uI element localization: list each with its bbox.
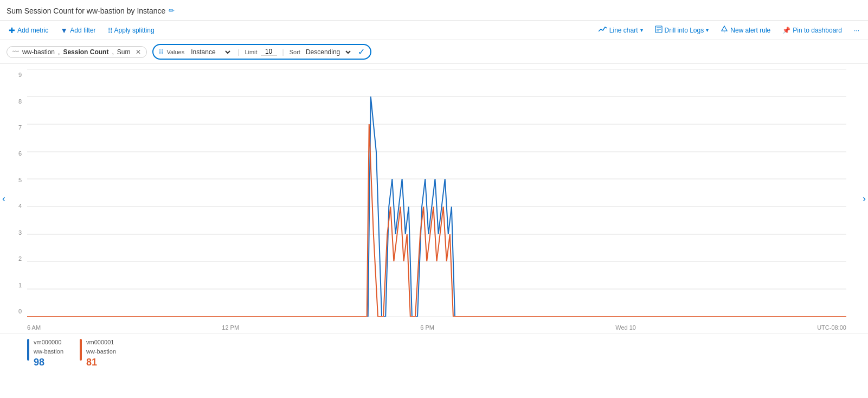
legend-sub-1: ww-bastion (86, 347, 116, 356)
drill-logs-label: Drill into Logs (665, 27, 704, 34)
y-axis: 0 1 2 3 4 5 6 7 8 9 (5, 69, 22, 317)
splitting-controls: ⁞⁞ Values Instance | Limit | Sort Descen… (152, 44, 371, 60)
x-axis: 6 AM 12 PM 6 PM Wed 10 UTC-08:00 (27, 324, 846, 331)
metric-chip-metric: Session Count (63, 48, 108, 56)
values-select[interactable]: Instance (189, 48, 232, 56)
legend-details-1: vm000001 ww-bastion 81 (86, 338, 116, 368)
chart-nav-right[interactable]: › (863, 193, 866, 204)
legend-item-0: vm000000 ww-bastion 98 (27, 338, 63, 368)
new-alert-label: New alert rule (730, 27, 770, 34)
svg-rect-5 (724, 32, 725, 33)
x-label-wed10: Wed 10 (615, 324, 636, 331)
values-label: Values (166, 49, 184, 55)
legend-area: vm000000 ww-bastion 98 vm000001 ww-basti… (0, 333, 868, 376)
x-label-6am: 6 AM (27, 324, 41, 331)
metric-chip-agg: Sum (117, 48, 131, 56)
line-chart-chevron: ▾ (640, 27, 643, 33)
y-label-0: 0 (5, 308, 22, 314)
orange-line (27, 124, 846, 317)
more-options-button[interactable]: ··· (852, 25, 861, 35)
sort-select[interactable]: Descending (304, 48, 352, 56)
new-alert-button[interactable]: New alert rule (718, 24, 773, 36)
metric-chip-icon: 〰 (12, 48, 19, 56)
chart-svg (27, 69, 846, 317)
apply-splitting-button[interactable]: ⁞⁞ Apply splitting (106, 25, 157, 36)
add-filter-button[interactable]: ▼ Add filter (58, 25, 98, 36)
y-label-6: 6 (5, 150, 22, 157)
metric-chip: 〰 ww-bastion, Session Count, Sum ✕ (7, 46, 147, 58)
chart-nav-left[interactable]: ‹ (2, 193, 5, 204)
chart-title-area: Sum Session Count for ww-bastion by Inst… (7, 7, 175, 15)
legend-value-1: 81 (86, 357, 116, 368)
splitting-icon: ⁞⁞ (108, 26, 112, 35)
limit-input[interactable] (261, 48, 277, 56)
toolbar-left: ✚ Add metric ▼ Add filter ⁞⁞ Apply split… (7, 25, 157, 36)
legend-name-0: vm000000 (34, 338, 63, 347)
legend-details-0: vm000000 ww-bastion 98 (34, 338, 63, 368)
line-chart-label: Line chart (609, 27, 638, 34)
toolbar-right: Line chart ▾ Drill into Logs ▾ (596, 24, 861, 36)
drill-logs-chevron: ▾ (706, 27, 709, 33)
pin-dashboard-button[interactable]: 📌 Pin to dashboard (780, 25, 844, 35)
legend-color-0 (27, 339, 29, 361)
y-label-5: 5 (5, 177, 22, 183)
pin-dashboard-label: Pin to dashboard (793, 27, 842, 34)
edit-title-icon[interactable]: ✏ (169, 7, 175, 15)
y-label-4: 4 (5, 203, 22, 209)
metric-chip-close[interactable]: ✕ (136, 48, 141, 56)
legend-item-1: vm000001 ww-bastion 81 (80, 338, 116, 368)
chart-area: ‹ › 0 1 2 3 4 5 6 7 8 9 6 AM (0, 64, 868, 333)
alert-icon (721, 25, 728, 35)
drill-logs-icon (655, 25, 663, 35)
splitting-sep2: | (282, 48, 284, 56)
x-label-utc: UTC-08:00 (817, 324, 846, 331)
add-metric-label: Add metric (17, 27, 48, 34)
splitting-sep1: | (237, 48, 239, 56)
pin-icon: 📌 (782, 27, 790, 34)
legend-color-1 (80, 339, 82, 361)
toolbar: ✚ Add metric ▼ Add filter ⁞⁞ Apply split… (0, 21, 868, 40)
x-label-6pm: 6 PM (420, 324, 434, 331)
apply-splitting-label: Apply splitting (114, 27, 155, 34)
line-chart-button[interactable]: Line chart ▾ (596, 25, 645, 35)
splitting-row: 〰 ww-bastion, Session Count, Sum ✕ ⁞⁞ Va… (0, 40, 868, 64)
add-metric-button[interactable]: ✚ Add metric (7, 25, 50, 36)
limit-label: Limit (245, 49, 257, 55)
y-label-1: 1 (5, 282, 22, 288)
y-label-3: 3 (5, 229, 22, 236)
legend-sub-0: ww-bastion (34, 347, 63, 356)
legend-name-1: vm000001 (86, 338, 116, 347)
y-label-8: 8 (5, 98, 22, 105)
splitting-grid-icon: ⁞⁞ (159, 48, 163, 56)
add-filter-label: Add filter (70, 27, 95, 34)
title-bar: Sum Session Count for ww-bastion by Inst… (0, 0, 868, 21)
x-label-12pm: 12 PM (222, 324, 239, 331)
drill-logs-button[interactable]: Drill into Logs ▾ (653, 24, 711, 36)
plus-icon: ✚ (9, 26, 15, 35)
metric-chip-name: ww-bastion (22, 48, 55, 56)
line-chart-icon (599, 26, 607, 34)
y-label-9: 9 (5, 72, 22, 78)
splitting-confirm-icon[interactable]: ✓ (358, 47, 365, 57)
y-label-2: 2 (5, 255, 22, 262)
chart-title: Sum Session Count for ww-bastion by Inst… (7, 7, 165, 15)
legend-value-0: 98 (34, 357, 63, 368)
more-icon: ··· (854, 27, 859, 34)
filter-icon: ▼ (60, 26, 68, 35)
y-label-7: 7 (5, 124, 22, 131)
sort-label: Sort (290, 49, 300, 55)
